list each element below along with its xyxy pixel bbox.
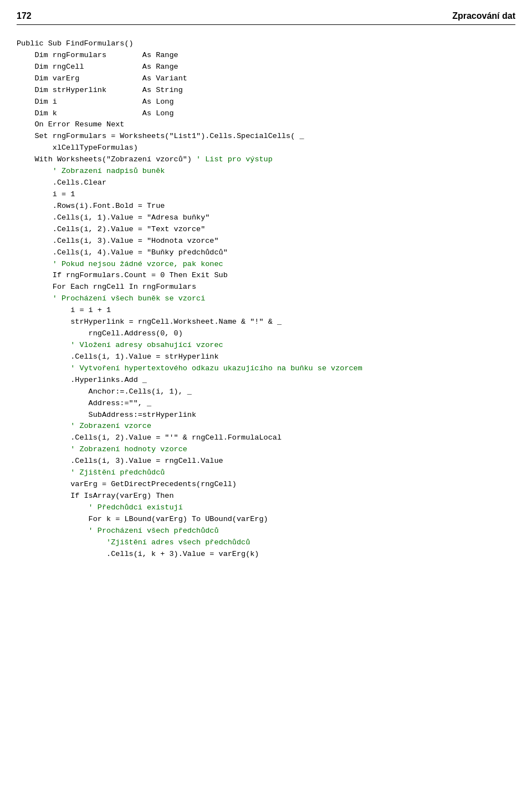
code-line: Address:="", _ bbox=[17, 398, 515, 410]
code-line: Dim k As Long bbox=[17, 108, 515, 120]
code-line: For k = LBound(varErg) To UBound(varErg) bbox=[17, 514, 515, 525]
code-line: rngCell.Address(0, 0) bbox=[17, 328, 515, 340]
code-line: .Hyperlinks.Add _ bbox=[17, 375, 515, 386]
page-header: 172 Zpracování dat bbox=[17, 11, 515, 25]
code-line: .Cells(i, 4).Value = "Buňky předchůdců" bbox=[17, 247, 515, 259]
code-line: ' Zobrazení hodnoty vzorce bbox=[17, 444, 515, 456]
code-line: ' Pokud nejsou žádné vzorce, pak konec bbox=[17, 259, 515, 270]
code-line: ' Zobrazení vzorce bbox=[17, 421, 515, 432]
code-line: xlCellTypeFormulas) bbox=[17, 142, 515, 154]
page-title: Zpracování dat bbox=[452, 11, 515, 21]
code-line: i = 1 bbox=[17, 189, 515, 201]
code-line: Dim strHyperlink As String bbox=[17, 85, 515, 96]
code-line: For Each rngCell In rngFormulars bbox=[17, 282, 515, 293]
code-line: strHyperlink = rngCell.Worksheet.Name & … bbox=[17, 317, 515, 328]
code-line: .Rows(i).Font.Bold = True bbox=[17, 201, 515, 212]
code-line: With Worksheets("Zobrazení vzorců") ' Li… bbox=[17, 154, 515, 166]
code-line: If rngFormulars.Count = 0 Then Exit Sub bbox=[17, 270, 515, 282]
code-line: i = i + 1 bbox=[17, 305, 515, 317]
code-line: SubAddress:=strHyperlink bbox=[17, 410, 515, 421]
code-line: .Cells(i, 2).Value = "'" & rngCell.Formu… bbox=[17, 432, 515, 444]
code-line: .Cells(i, k + 3).Value = varErg(k) bbox=[17, 549, 515, 560]
code-line: .Cells(i, 3).Value = rngCell.Value bbox=[17, 456, 515, 467]
code-line: ' Předchůdci existují bbox=[17, 502, 515, 514]
code-line: On Error Resume Next bbox=[17, 119, 515, 131]
code-line: Set rngFormulars = Worksheets("List1").C… bbox=[17, 131, 515, 142]
code-line: Dim rngCell As Range bbox=[17, 62, 515, 73]
code-line: ' Zjištění předchůdců bbox=[17, 467, 515, 479]
code-line: .Cells.Clear bbox=[17, 177, 515, 189]
code-line: 'Zjištění adres všech předchůdců bbox=[17, 537, 515, 549]
code-line: Dim rngFormulars As Range bbox=[17, 50, 515, 62]
code-line: ' Procházení všech předchůdců bbox=[17, 525, 515, 537]
code-line: If IsArray(varErg) Then bbox=[17, 491, 515, 502]
code-line: ' Vložení adresy obsahující vzorec bbox=[17, 340, 515, 351]
code-line: ' Procházení všech buněk se vzorci bbox=[17, 293, 515, 305]
code-line: .Cells(i, 1).Value = "Adresa buňky" bbox=[17, 212, 515, 224]
code-line: ' Zobrazení nadpisů buněk bbox=[17, 166, 515, 177]
code-line: Anchor:=.Cells(i, 1), _ bbox=[17, 386, 515, 398]
code-line: .Cells(i, 1).Value = strHyperlink bbox=[17, 351, 515, 363]
code-line: Dim varErg As Variant bbox=[17, 73, 515, 85]
code-line: Public Sub FindFormulars() bbox=[17, 38, 515, 50]
code-line: .Cells(i, 3).Value = "Hodnota vzorce" bbox=[17, 236, 515, 247]
code-line: varErg = GetDirectPrecedents(rngCell) bbox=[17, 479, 515, 491]
code-line: ' Vytvoření hypertextového odkazu ukazuj… bbox=[17, 363, 515, 375]
code-block: Public Sub FindFormulars() Dim rngFormul… bbox=[17, 38, 515, 560]
code-line: .Cells(i, 2).Value = "Text vzorce" bbox=[17, 224, 515, 236]
code-line: Dim i As Long bbox=[17, 96, 515, 108]
page-number: 172 bbox=[17, 11, 32, 21]
